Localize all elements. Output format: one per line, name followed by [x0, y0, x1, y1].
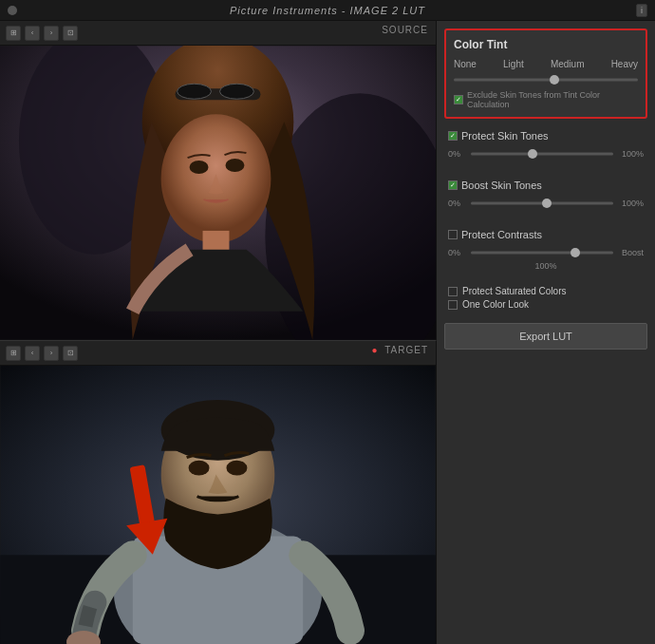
target-label: ● TARGET	[372, 345, 428, 355]
protect-contrasts-slider-row: 0% Boost	[448, 246, 644, 259]
color-tint-section: Color Tint None Light Medium Heavy ✓ Exc…	[444, 28, 647, 119]
protect-contrasts-mid: 100%	[467, 261, 625, 271]
svg-point-5	[178, 84, 212, 99]
exclude-text: Exclude Skin Tones from Tint Color Calcu…	[467, 90, 638, 109]
info-button[interactable]: i	[636, 4, 647, 17]
target-photo	[0, 366, 436, 644]
prev-icon[interactable]: ‹	[25, 26, 40, 41]
title-bar: Picture Instruments - IMAGE 2 LUT i	[0, 0, 655, 21]
export-lut-button[interactable]: Export LUT	[444, 323, 647, 350]
svg-point-8	[190, 161, 209, 174]
boost-skin-max: 100%	[617, 199, 644, 208]
protect-contrasts-min: 0%	[448, 248, 467, 257]
target-dot: ●	[372, 345, 379, 355]
boost-skin-slider-row: 0% 100%	[448, 197, 644, 210]
protect-skin-header: ✓ Protect Skin Tones	[448, 130, 644, 142]
source-toolbar: ⊞ ‹ › ⊡ SOURCE	[0, 21, 436, 46]
protect-contrasts-section: Protect Contrasts 0% Boost 100%	[444, 223, 647, 276]
title-bar-right: i	[636, 4, 647, 17]
protect-skin-min: 0%	[448, 149, 467, 159]
grid-icon[interactable]: ⊞	[6, 26, 21, 41]
protect-skin-thumb[interactable]	[528, 149, 537, 159]
one-color-look-checkbox[interactable]	[448, 300, 458, 310]
svg-point-20	[226, 461, 247, 476]
protect-skin-slider-row: 0% 100%	[448, 147, 644, 161]
target-zoom-icon[interactable]: ⊡	[63, 346, 78, 361]
tint-medium[interactable]: Medium	[551, 59, 585, 69]
tint-options: None Light Medium Heavy	[454, 59, 638, 69]
tint-none[interactable]: None	[454, 59, 477, 69]
zoom-icon[interactable]: ⊡	[63, 26, 78, 41]
source-area: ⊞ ‹ › ⊡ SOURCE	[0, 21, 437, 340]
boost-skin-slider[interactable]	[471, 197, 613, 210]
target-next-icon[interactable]: ›	[44, 346, 59, 361]
exclude-checkbox[interactable]: ✓	[454, 95, 463, 104]
app-title: Picture Instruments - IMAGE 2 LUT	[230, 5, 425, 16]
boost-skin-header: ✓ Boost Skin Tones	[448, 180, 644, 191]
boost-skin-min: 0%	[448, 199, 467, 208]
tint-light[interactable]: Light	[503, 59, 524, 69]
svg-point-6	[219, 84, 253, 99]
protect-skin-checkbox[interactable]: ✓	[448, 131, 458, 141]
protect-skin-slider[interactable]	[471, 147, 613, 161]
source-photo	[0, 46, 436, 340]
tint-heavy[interactable]: Heavy	[611, 59, 638, 69]
tint-track	[454, 79, 638, 82]
exclude-row: ✓ Exclude Skin Tones from Tint Color Cal…	[454, 90, 638, 109]
traffic-light-1	[8, 6, 17, 15]
svg-point-9	[225, 159, 244, 172]
next-icon[interactable]: ›	[44, 26, 59, 41]
protect-contrasts-track	[471, 252, 613, 255]
boost-skin-label: Boost Skin Tones	[461, 180, 542, 191]
svg-point-19	[189, 461, 210, 476]
target-toolbar: ⊞ ‹ › ⊡ ● TARGET	[0, 341, 436, 366]
protect-contrasts-label: Protect Contrasts	[461, 229, 542, 240]
boost-skin-checkbox[interactable]: ✓	[448, 180, 458, 190]
protect-skin-track	[471, 153, 613, 156]
right-panel: Color Tint None Light Medium Heavy ✓ Exc…	[437, 21, 655, 644]
color-tint-title: Color Tint	[454, 38, 638, 51]
boost-skin-section: ✓ Boost Skin Tones 0% 100%	[444, 174, 647, 218]
main-layout: ⊞ ‹ › ⊡ SOURCE	[0, 21, 655, 644]
target-grid-icon[interactable]: ⊞	[6, 346, 21, 361]
boost-skin-thumb[interactable]	[542, 199, 552, 208]
source-label: SOURCE	[382, 25, 428, 35]
extra-options-section: Protect Saturated Colors One Color Look	[444, 282, 647, 313]
protect-contrasts-slider[interactable]	[471, 246, 613, 259]
protect-contrasts-header: Protect Contrasts	[448, 229, 644, 240]
protect-saturated-checkbox[interactable]	[448, 287, 458, 296]
protect-contrasts-max: Boost	[617, 248, 644, 257]
protect-saturated-row: Protect Saturated Colors	[448, 286, 644, 296]
tint-thumb[interactable]	[550, 75, 559, 85]
source-image-container	[0, 46, 436, 340]
target-prev-icon[interactable]: ‹	[25, 346, 40, 361]
protect-contrasts-checkbox[interactable]	[448, 230, 458, 239]
protect-skin-max: 100%	[617, 149, 644, 159]
protect-skin-section: ✓ Protect Skin Tones 0% 100%	[444, 124, 647, 168]
one-color-look-label: One Color Look	[462, 299, 529, 310]
left-panel: ⊞ ‹ › ⊡ SOURCE	[0, 21, 437, 644]
one-color-look-row: One Color Look	[448, 299, 644, 310]
protect-saturated-label: Protect Saturated Colors	[462, 286, 567, 296]
tint-slider[interactable]	[454, 73, 638, 86]
target-area: ⊞ ‹ › ⊡ ● TARGET	[0, 340, 437, 644]
target-image-container	[0, 366, 436, 644]
title-bar-controls	[8, 6, 17, 15]
protect-skin-label: Protect Skin Tones	[461, 130, 549, 142]
protect-contrasts-thumb[interactable]	[571, 248, 580, 257]
